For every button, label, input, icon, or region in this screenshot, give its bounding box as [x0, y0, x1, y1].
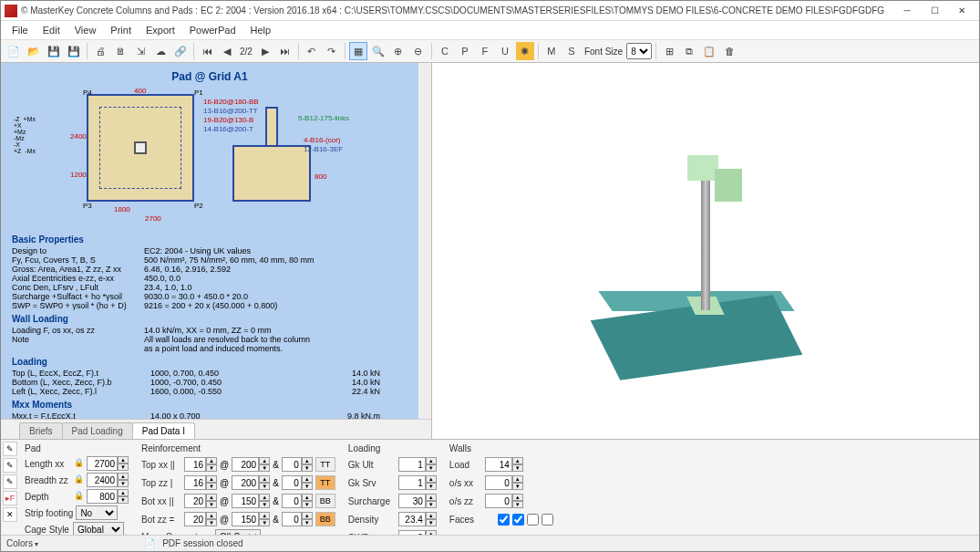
reinf-dia-input[interactable] — [184, 457, 206, 472]
reinf-spacing-input[interactable] — [232, 512, 259, 526]
menu-edit[interactable]: Edit — [36, 23, 67, 37]
faces-check-1[interactable] — [498, 514, 510, 526]
p-button[interactable]: P — [456, 42, 474, 60]
export-icon[interactable]: ⇲ — [131, 42, 150, 60]
spin-up-icon[interactable]: ▲ — [302, 494, 313, 501]
spin-down-icon[interactable]: ▼ — [206, 519, 217, 526]
field-input[interactable] — [485, 494, 512, 508]
spin-down-icon[interactable]: ▼ — [118, 480, 129, 487]
report-scrollbar[interactable] — [418, 63, 431, 419]
fontsize-select[interactable]: 8 — [626, 43, 652, 59]
spin-up-icon[interactable]: ▲ — [302, 457, 313, 464]
strip-select[interactable]: No — [76, 505, 118, 520]
tool-wand-icon[interactable]: ✎ — [3, 442, 17, 456]
redo-icon[interactable]: ↷ — [323, 42, 341, 60]
spin-down-icon[interactable]: ▼ — [512, 483, 523, 490]
spin-up-icon[interactable]: ▲ — [426, 475, 437, 483]
spin-down-icon[interactable]: ▼ — [302, 464, 313, 472]
menu-export[interactable]: Export — [139, 23, 182, 37]
spin-up-icon[interactable]: ▲ — [259, 494, 270, 501]
field-input[interactable] — [398, 494, 426, 508]
spin-up-icon[interactable]: ▲ — [118, 456, 129, 463]
cloud-icon[interactable]: ☁ — [151, 42, 170, 60]
new-icon[interactable]: 📄 — [5, 42, 23, 60]
spin-down-icon[interactable]: ▼ — [206, 501, 217, 508]
spin-up-icon[interactable]: ▲ — [512, 457, 523, 464]
faces-check-3[interactable] — [527, 514, 539, 526]
m-button[interactable]: M — [542, 42, 561, 60]
spin-down-icon[interactable]: ▼ — [259, 483, 270, 490]
zoom-extents-icon[interactable]: 🔍 — [369, 42, 387, 60]
tool-flag-icon[interactable]: ▸F — [3, 491, 17, 505]
first-page-icon[interactable]: ⏮ — [198, 42, 216, 60]
spin-up-icon[interactable]: ▲ — [426, 512, 437, 519]
length-input[interactable] — [87, 456, 118, 471]
tool-wand2-icon[interactable]: ✎ — [3, 458, 17, 473]
spin-up-icon[interactable]: ▲ — [259, 475, 270, 483]
reinf-extra-input[interactable] — [282, 475, 302, 490]
field-input[interactable] — [485, 475, 512, 490]
reinf-tag-button[interactable]: BB — [315, 494, 335, 508]
reinf-dia-input[interactable] — [184, 512, 206, 526]
spin-down-icon[interactable]: ▼ — [426, 501, 437, 508]
tool-close-icon[interactable]: ✕ — [3, 507, 17, 522]
chain-icon[interactable]: 🔗 — [171, 42, 190, 60]
menu-file[interactable]: File — [5, 23, 36, 37]
undo-icon[interactable]: ↶ — [303, 42, 321, 60]
spin-up-icon[interactable]: ▲ — [206, 494, 217, 501]
spin-up-icon[interactable]: ▲ — [259, 457, 270, 464]
colors-dropdown[interactable]: Colors — [6, 538, 38, 548]
spin-up-icon[interactable]: ▲ — [259, 512, 270, 519]
reinf-spacing-input[interactable] — [232, 457, 259, 472]
f-button[interactable]: F — [476, 42, 494, 60]
field-input[interactable] — [398, 457, 426, 472]
reinf-extra-input[interactable] — [282, 512, 302, 526]
reinf-tag-button[interactable]: BB — [315, 512, 335, 526]
breadth-input[interactable] — [87, 473, 118, 487]
spin-down-icon[interactable]: ▼ — [118, 496, 129, 504]
tool-wand3-icon[interactable]: ✎ — [3, 474, 17, 489]
save-icon[interactable]: 💾 — [45, 42, 63, 60]
close-button[interactable]: ✕ — [948, 3, 975, 19]
prev-page-icon[interactable]: ◀ — [218, 42, 236, 60]
spin-down-icon[interactable]: ▼ — [206, 483, 217, 490]
field-input[interactable] — [485, 457, 512, 472]
spin-up-icon[interactable]: ▲ — [426, 457, 437, 464]
spin-up-icon[interactable]: ▲ — [512, 475, 523, 483]
spin-down-icon[interactable]: ▼ — [512, 464, 523, 472]
reinf-dia-input[interactable] — [184, 475, 206, 490]
gear-icon[interactable]: ✺ — [516, 42, 534, 60]
minimize-button[interactable]: ─ — [893, 3, 921, 19]
reinf-spacing-input[interactable] — [232, 475, 259, 490]
reinf-extra-input[interactable] — [282, 494, 302, 508]
spin-up-icon[interactable]: ▲ — [426, 494, 437, 501]
spin-down-icon[interactable]: ▼ — [512, 501, 523, 508]
tab-pad-loading[interactable]: Pad Loading — [62, 422, 133, 439]
spin-down-icon[interactable]: ▼ — [302, 483, 313, 490]
spin-down-icon[interactable]: ▼ — [302, 519, 313, 526]
spin-up-icon[interactable]: ▲ — [512, 494, 523, 501]
next-page-icon[interactable]: ▶ — [256, 42, 274, 60]
saveas-icon[interactable]: 💾 — [65, 42, 83, 60]
field-input[interactable] — [398, 512, 426, 526]
spin-up-icon[interactable]: ▲ — [302, 475, 313, 483]
paste-icon[interactable]: 📋 — [700, 42, 718, 60]
delete-icon[interactable]: 🗑 — [720, 42, 738, 60]
last-page-icon[interactable]: ⏭ — [276, 42, 294, 60]
reinf-spacing-input[interactable] — [232, 494, 259, 508]
menu-help[interactable]: Help — [243, 23, 279, 37]
spin-down-icon[interactable]: ▼ — [259, 501, 270, 508]
copy-icon[interactable]: ⧉ — [680, 42, 698, 60]
menu-view[interactable]: View — [67, 23, 104, 37]
spin-down-icon[interactable]: ▼ — [426, 483, 437, 490]
spin-down-icon[interactable]: ▼ — [259, 519, 270, 526]
menu-powerpad[interactable]: PowerPad — [182, 23, 243, 37]
spin-down-icon[interactable]: ▼ — [302, 501, 313, 508]
preview-icon[interactable]: 🗎 — [111, 42, 129, 60]
spin-down-icon[interactable]: ▼ — [426, 519, 437, 526]
depth-input[interactable] — [87, 489, 118, 504]
spin-up-icon[interactable]: ▲ — [118, 489, 129, 496]
model-view-pane[interactable] — [432, 63, 979, 439]
lock-icon[interactable]: 🔒 — [73, 491, 84, 502]
zoom-out-icon[interactable]: ⊖ — [409, 42, 428, 60]
